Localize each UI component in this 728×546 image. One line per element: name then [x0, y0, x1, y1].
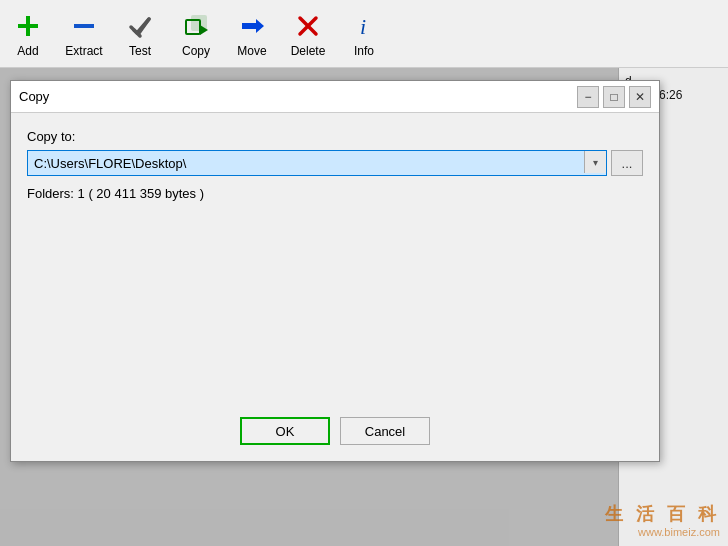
delete-label: Delete	[291, 44, 326, 58]
copy-dialog: Copy − □ ✕ Copy to: ▾ ... Folders: 1 ( 2…	[10, 80, 660, 462]
dialog-spacer	[27, 209, 643, 389]
toolbar: Add Extract Test Copy	[0, 0, 728, 68]
close-button[interactable]: ✕	[629, 86, 651, 108]
toolbar-extract[interactable]: Extract	[64, 10, 104, 58]
copy-icon	[180, 10, 212, 42]
svg-rect-1	[18, 24, 38, 28]
watermark-text: 生 活 百 科	[605, 502, 720, 526]
test-label: Test	[129, 44, 151, 58]
path-dropdown-button[interactable]: ▾	[584, 151, 606, 173]
svg-marker-7	[242, 19, 264, 33]
add-label: Add	[17, 44, 38, 58]
info-icon: i	[348, 10, 380, 42]
maximize-button[interactable]: □	[603, 86, 625, 108]
toolbar-add[interactable]: Add	[8, 10, 48, 58]
path-input-wrapper: ▾	[27, 150, 607, 176]
toolbar-copy[interactable]: Copy	[176, 10, 216, 58]
watermark: 生 活 百 科 www.bimeiz.com	[605, 502, 720, 538]
extract-icon	[68, 10, 100, 42]
minimize-button[interactable]: −	[577, 86, 599, 108]
dialog-titlebar: Copy − □ ✕	[11, 81, 659, 113]
extract-label: Extract	[65, 44, 102, 58]
ok-button[interactable]: OK	[240, 417, 330, 445]
test-icon	[124, 10, 156, 42]
dialog-controls: − □ ✕	[577, 86, 651, 108]
path-input[interactable]	[27, 150, 607, 176]
info-label: Info	[354, 44, 374, 58]
svg-rect-2	[74, 24, 94, 28]
dialog-body: Copy to: ▾ ... Folders: 1 ( 20 411 359 b…	[11, 113, 659, 405]
watermark-url: www.bimeiz.com	[605, 526, 720, 538]
copy-to-label: Copy to:	[27, 129, 643, 144]
cancel-button[interactable]: Cancel	[340, 417, 430, 445]
browse-button[interactable]: ...	[611, 150, 643, 176]
delete-icon	[292, 10, 324, 42]
copy-path-row: ▾ ...	[27, 150, 643, 176]
add-icon	[12, 10, 44, 42]
toolbar-info[interactable]: i Info	[344, 10, 384, 58]
toolbar-test[interactable]: Test	[120, 10, 160, 58]
svg-text:i: i	[360, 14, 366, 39]
toolbar-delete[interactable]: Delete	[288, 10, 328, 58]
move-icon	[236, 10, 268, 42]
move-label: Move	[237, 44, 266, 58]
copy-label: Copy	[182, 44, 210, 58]
dialog-title: Copy	[19, 89, 49, 104]
dialog-footer: OK Cancel	[11, 405, 659, 461]
toolbar-move[interactable]: Move	[232, 10, 272, 58]
folder-info: Folders: 1 ( 20 411 359 bytes )	[27, 186, 643, 201]
